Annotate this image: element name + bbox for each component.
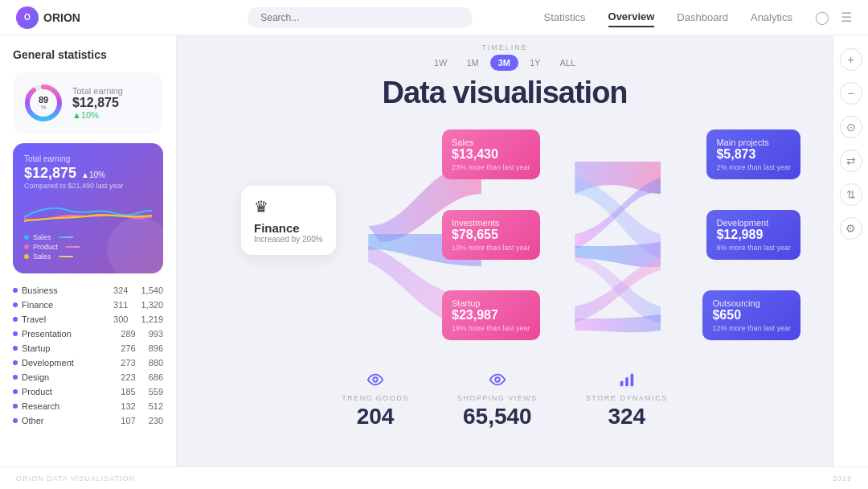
nav-dashboard[interactable]: Dashboard <box>677 8 728 27</box>
timeline-all[interactable]: ALL <box>551 55 583 71</box>
stats-row-7: Product185559 <box>13 384 163 399</box>
stats-row-2: Travel3001,219 <box>13 312 163 327</box>
footer-right: 2019 <box>833 475 852 483</box>
branch-button[interactable]: ⇄ <box>840 150 862 172</box>
donut-card: 89% Total earning $12,875 ▲10% <box>13 72 163 134</box>
page-title: Data visualisation <box>193 76 817 110</box>
donut-center: 89% <box>39 95 48 112</box>
card-outsourcing: Outsourcing $650 12% more than last year <box>702 290 800 340</box>
svg-rect-4 <box>620 381 624 386</box>
legend-product: Product <box>24 243 152 251</box>
card-main-projects: Main projects $5,873 2% more than last y… <box>706 129 800 179</box>
footer-left: ORION DATA VISUALISATION <box>16 475 135 483</box>
right-controls: + − ⊙ ⇄ ⇅ ⚙ <box>833 35 868 466</box>
footer: ORION DATA VISUALISATION 2019 <box>0 466 868 489</box>
logo: O ORION <box>16 6 177 29</box>
timeline-1w[interactable]: 1W <box>426 55 456 71</box>
earning-value: $12,875 <box>24 165 76 182</box>
earning-compare: Compared to $21,490 last year <box>24 182 152 190</box>
finance-icon: ♛ <box>254 197 323 216</box>
eye-icon-shopping <box>457 371 538 392</box>
search-input[interactable] <box>248 7 473 28</box>
main-layout: General statistics 89% <box>0 35 868 466</box>
stat-trend-goods: TREND GOODS 204 <box>342 371 409 429</box>
donut-label: Total earning <box>72 86 123 96</box>
sankey-area: ♛ Finance Increased by 200% <box>193 121 817 363</box>
header-nav: Statistics Overview Dashboard Analytics <box>544 7 792 27</box>
header-icons: ◯ ☰ <box>815 10 852 25</box>
stats-row-4: Startup276896 <box>13 341 163 355</box>
header: O ORION Statistics Overview Dashboard An… <box>0 0 868 35</box>
stats-row-8: Research132512 <box>13 399 163 413</box>
stats-row-0: Business3241,540 <box>13 283 163 298</box>
card-development: Development $12,989 8% more than last ye… <box>706 210 800 260</box>
nav-overview[interactable]: Overview <box>608 7 655 27</box>
timeline-1m[interactable]: 1M <box>458 55 486 71</box>
svg-rect-5 <box>625 377 628 386</box>
earning-label: Total earning <box>24 154 152 163</box>
zoom-out-button[interactable]: − <box>840 82 862 105</box>
finance-subtitle: Increased by 200% <box>254 235 323 244</box>
stat-label-shopping: SHOPPING VIEWS <box>457 394 538 402</box>
bar-icon-store <box>586 371 668 392</box>
finance-title: Finance <box>254 221 323 235</box>
header-search <box>177 7 544 28</box>
stat-label-store: STORE DYNAMICS <box>586 394 668 402</box>
donut-info: Total earning $12,875 ▲10% <box>72 86 123 120</box>
sidebar: General statistics 89% <box>0 35 177 466</box>
timeline-bar: 1W 1M 3M 1Y ALL <box>193 55 817 71</box>
donut-value: $12,875 <box>72 96 123 110</box>
earning-change: ▲10% <box>81 171 105 179</box>
donut-chart: 89% <box>23 82 64 124</box>
eye-icon-trend <box>342 371 409 392</box>
stats-row-9: Other107230 <box>13 413 163 428</box>
bottom-stats: TREND GOODS 204 SHOPPING VIEWS 65,540 <box>193 371 817 429</box>
stat-label-trend: TREND GOODS <box>342 394 409 402</box>
stats-row-1: Finance3111,320 <box>13 298 163 312</box>
card-sales: Sales $13,430 23% more than last year <box>442 129 540 179</box>
card-investments: Investments $78,655 10% more than last y… <box>442 210 540 260</box>
earning-card: Total earning $12,875 ▲10% Compared to $… <box>13 143 163 273</box>
stat-value-store: 324 <box>586 404 668 429</box>
timeline-label: TIMELINE <box>193 43 817 51</box>
nav-statistics[interactable]: Statistics <box>544 8 586 27</box>
legend-sales2: Sales <box>24 253 152 261</box>
zoom-in-button[interactable]: + <box>840 48 862 71</box>
flow-button[interactable]: ⇅ <box>840 183 862 206</box>
legend-sales: Sales <box>24 233 152 241</box>
stats-table: Business3241,540 Finance3111,320 Travel3… <box>13 283 163 428</box>
content-area: TIMELINE 1W 1M 3M 1Y ALL Data visualisat… <box>177 35 833 466</box>
svg-rect-6 <box>630 374 633 387</box>
nav-analytics[interactable]: Analytics <box>751 8 792 27</box>
svg-point-3 <box>495 377 500 382</box>
settings-button[interactable]: ⚙ <box>840 217 862 240</box>
svg-point-2 <box>373 377 378 382</box>
center-button[interactable]: ⊙ <box>840 116 862 138</box>
timeline-1y[interactable]: 1Y <box>522 55 548 71</box>
card-startup: Startup $23,987 19% more than last year <box>442 290 540 340</box>
finance-card: ♛ Finance Increased by 200% <box>241 186 336 255</box>
menu-icon[interactable]: ☰ <box>841 10 852 25</box>
logo-text: ORION <box>43 11 80 24</box>
stats-row-5: Development273880 <box>13 355 163 370</box>
user-icon[interactable]: ◯ <box>815 10 829 25</box>
stats-row-6: Design223686 <box>13 370 163 384</box>
logo-icon: O <box>16 6 39 29</box>
stat-value-trend: 204 <box>342 404 409 429</box>
sidebar-title: General statistics <box>13 48 163 61</box>
timeline-3m[interactable]: 3M <box>490 55 518 71</box>
stat-store-dynamics: STORE DYNAMICS 324 <box>586 371 668 429</box>
stats-row-3: Presentation289993 <box>13 327 163 341</box>
stat-value-shopping: 65,540 <box>457 404 538 429</box>
stat-shopping-views: SHOPPING VIEWS 65,540 <box>457 371 538 429</box>
donut-change: ▲10% <box>72 110 123 120</box>
